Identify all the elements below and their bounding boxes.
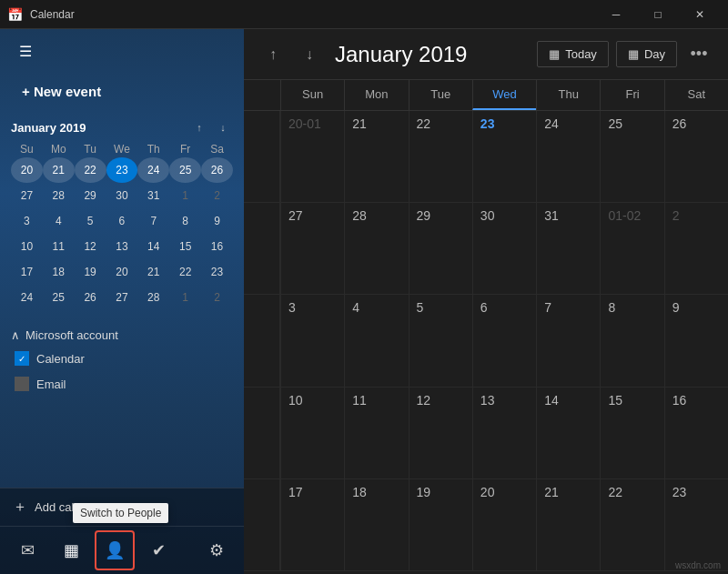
day-cell[interactable]: 4	[344, 295, 408, 386]
day-cell[interactable]: 6	[472, 295, 536, 386]
day-cell[interactable]: 23	[664, 479, 728, 570]
mini-cal-day[interactable]: 6	[106, 208, 138, 234]
mini-cal-day[interactable]: 14	[137, 234, 169, 259]
maximize-button[interactable]: □	[637, 0, 679, 29]
day-cell[interactable]: 20	[472, 479, 536, 570]
mini-cal-day[interactable]: 15	[169, 234, 201, 259]
mini-cal-day[interactable]: 28	[43, 183, 75, 208]
mini-cal-day[interactable]: 28	[137, 285, 169, 310]
email-checkbox[interactable]	[15, 377, 29, 391]
day-cell[interactable]: 7	[536, 295, 600, 386]
day-cell[interactable]: 31	[536, 203, 600, 294]
day-cell[interactable]: 20-01	[280, 111, 344, 202]
email-account-item[interactable]: Email	[11, 371, 233, 397]
day-cell[interactable]: 21	[536, 479, 600, 570]
more-options-button[interactable]: •••	[684, 40, 713, 69]
calendar-checkbox[interactable]: ✓	[15, 351, 29, 366]
mini-cal-next[interactable]: ↓	[213, 117, 233, 137]
day-cell[interactable]: 27	[280, 203, 344, 294]
day-cell[interactable]: 2	[664, 203, 728, 294]
day-cell[interactable]: 12	[409, 388, 472, 478]
day-cell[interactable]: 3	[280, 295, 344, 386]
day-view-button[interactable]: ▦ Day	[616, 41, 677, 67]
nav-calendar-button[interactable]: ▦	[51, 530, 91, 570]
day-cell[interactable]: 11	[344, 388, 408, 478]
minimize-button[interactable]: ─	[595, 0, 637, 29]
mini-cal-day[interactable]: 18	[43, 259, 75, 285]
day-cell[interactable]: 28	[344, 203, 408, 294]
mini-cal-day[interactable]: 16	[201, 234, 233, 259]
mini-cal-day[interactable]: 21	[43, 157, 75, 183]
mini-cal-day[interactable]: 29	[75, 183, 106, 208]
mini-cal-day[interactable]: 22	[169, 259, 201, 285]
mini-cal-day[interactable]: 24	[11, 285, 43, 310]
day-cell[interactable]: 16	[664, 388, 728, 478]
day-cell[interactable]: 9	[664, 295, 728, 386]
mini-cal-day[interactable]: 20	[11, 157, 43, 183]
mini-cal-day[interactable]: 19	[75, 259, 106, 285]
mini-cal-day[interactable]: 10	[11, 234, 43, 259]
day-cell[interactable]: 22	[409, 111, 472, 202]
day-cell[interactable]: 8	[600, 295, 663, 386]
day-cell[interactable]: 26	[664, 111, 728, 202]
day-cell[interactable]: 10	[280, 388, 344, 478]
new-event-button[interactable]: + New event	[11, 76, 233, 106]
mini-cal-day[interactable]: 30	[106, 183, 138, 208]
mini-cal-day[interactable]: 8	[169, 208, 201, 234]
mini-cal-day[interactable]: 21	[137, 259, 169, 285]
day-cell[interactable]: 13	[472, 388, 536, 478]
day-cell[interactable]: 29	[409, 203, 472, 294]
account-header[interactable]: ∧ Microsoft account	[11, 325, 233, 346]
mini-cal-day[interactable]: 7	[137, 208, 169, 234]
day-number: 22	[417, 116, 431, 131]
mini-cal-day[interactable]: 13	[106, 234, 138, 259]
day-cell[interactable]: 19	[409, 479, 472, 570]
day-cell[interactable]: 24	[536, 111, 600, 202]
mini-cal-day[interactable]: 5	[75, 208, 106, 234]
day-cell[interactable]: 17	[280, 479, 344, 570]
mini-cal-day[interactable]: 27	[11, 183, 43, 208]
calendar-account-item[interactable]: ✓ Calendar	[11, 346, 233, 371]
mini-cal-day[interactable]: 23	[106, 157, 138, 183]
mini-cal-prev[interactable]: ↑	[189, 117, 209, 137]
day-cell[interactable]: 21	[344, 111, 408, 202]
mini-cal-day[interactable]: 12	[75, 234, 106, 259]
day-cell[interactable]: 18	[344, 479, 408, 570]
mini-cal-day[interactable]: 1	[169, 183, 201, 208]
mini-cal-day[interactable]: 4	[43, 208, 75, 234]
mini-cal-day[interactable]: 26	[201, 157, 233, 183]
mini-cal-day[interactable]: 31	[137, 183, 169, 208]
mini-cal-day[interactable]: 1	[169, 285, 201, 310]
mini-cal-day[interactable]: 20	[106, 259, 138, 285]
day-cell[interactable]: 15	[600, 388, 663, 478]
mini-cal-day[interactable]: 2	[201, 285, 233, 310]
day-cell[interactable]: 23	[472, 111, 536, 202]
day-cell[interactable]: 5	[409, 295, 472, 386]
close-button[interactable]: ✕	[679, 0, 721, 29]
mini-cal-day[interactable]: 27	[106, 285, 138, 310]
mini-cal-day[interactable]: 2	[201, 183, 233, 208]
mini-cal-day[interactable]: 11	[43, 234, 75, 259]
nav-settings-button[interactable]: ⚙	[197, 530, 237, 570]
mini-cal-day[interactable]: 9	[201, 208, 233, 234]
nav-mail-button[interactable]: ✉	[7, 530, 47, 570]
mini-cal-day[interactable]: 22	[75, 157, 106, 183]
nav-people-button[interactable]: 👤	[95, 530, 135, 570]
mini-cal-day[interactable]: 25	[169, 157, 201, 183]
day-cell[interactable]: 30	[472, 203, 536, 294]
next-period-button[interactable]: ↓	[295, 40, 324, 69]
mini-cal-day[interactable]: 17	[11, 259, 43, 285]
mini-cal-day[interactable]: 24	[137, 157, 169, 183]
today-button[interactable]: ▦ Today	[537, 41, 609, 67]
day-cell[interactable]: 25	[600, 111, 663, 202]
mini-cal-day[interactable]: 26	[75, 285, 106, 310]
mini-cal-day[interactable]: 25	[43, 285, 75, 310]
prev-period-button[interactable]: ↑	[258, 40, 288, 69]
mini-cal-day[interactable]: 23	[201, 259, 233, 285]
day-cell[interactable]: 01-02	[600, 203, 663, 294]
day-cell[interactable]: 14	[536, 388, 600, 478]
nav-tasks-button[interactable]: ✔	[138, 530, 178, 570]
mini-cal-day[interactable]: 3	[11, 208, 43, 234]
hamburger-button[interactable]: ☰	[11, 36, 40, 65]
day-cell[interactable]: 22	[600, 479, 663, 570]
